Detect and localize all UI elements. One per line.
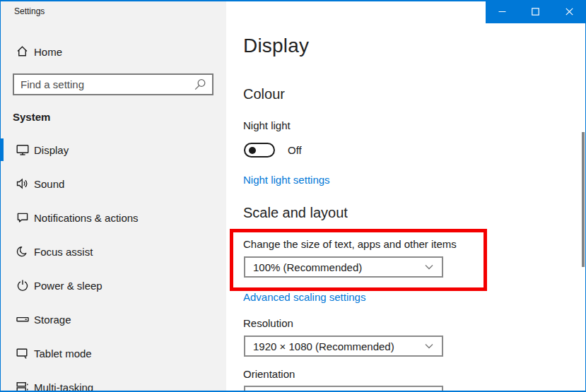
sidebar: Settings Home System [0, 0, 226, 392]
sidebar-item-multitasking[interactable]: Multi-tasking [0, 370, 226, 392]
sidebar-nav: Display Sound Notifications & actions [0, 133, 226, 392]
night-light-label: Night light [243, 119, 291, 131]
focus-assist-icon [16, 244, 30, 259]
sidebar-item-label: Home [34, 46, 62, 58]
sidebar-item-notifications[interactable]: Notifications & actions [0, 201, 226, 234]
search-icon[interactable] [194, 78, 206, 91]
sidebar-item-label: Power & sleep [34, 280, 102, 292]
sidebar-item-tablet-mode[interactable]: Tablet mode [0, 336, 226, 370]
chevron-down-icon [425, 343, 433, 349]
minimize-icon [498, 8, 506, 16]
minimize-button[interactable] [486, 0, 519, 23]
display-settings-panel: Display Colour Night light Off Night lig… [226, 0, 586, 392]
maximize-icon [532, 8, 539, 16]
scale-layout-heading: Scale and layout [243, 205, 348, 221]
tablet-mode-icon [16, 346, 30, 360]
sidebar-section-system: System [13, 111, 50, 123]
resolution-dropdown[interactable]: 1920 × 1080 (Recommended) [244, 335, 443, 357]
close-icon [566, 8, 573, 16]
window-title: Settings [14, 6, 45, 16]
toggle-knob [249, 147, 256, 154]
sound-icon [16, 177, 30, 191]
night-light-state: Off [288, 144, 302, 156]
scaling-value: 100% (Recommended) [253, 261, 362, 273]
sidebar-item-focus-assist[interactable]: Focus assist [0, 234, 226, 268]
display-icon [16, 143, 30, 157]
night-light-toggle[interactable] [244, 143, 275, 158]
sidebar-item-label: Tablet mode [34, 348, 92, 360]
resolution-label: Resolution [243, 317, 293, 329]
settings-window: Settings Home System [0, 0, 586, 392]
sidebar-item-label: Sound [34, 178, 64, 190]
titlebar-controls [486, 0, 586, 23]
sidebar-item-label: Focus assist [34, 246, 93, 258]
sidebar-item-storage[interactable]: Storage [0, 302, 226, 336]
scaling-dropdown[interactable]: 100% (Recommended) [244, 256, 443, 278]
chevron-down-icon [425, 264, 433, 270]
search-input[interactable] [14, 75, 190, 94]
sidebar-item-sound[interactable]: Sound [0, 167, 226, 201]
power-icon [16, 278, 30, 292]
sidebar-item-power-sleep[interactable]: Power & sleep [0, 268, 226, 302]
search-box [13, 73, 213, 95]
maximize-button[interactable] [519, 0, 552, 23]
advanced-scaling-link[interactable]: Advanced scaling settings [243, 291, 365, 303]
night-light-settings-link[interactable]: Night light settings [243, 174, 330, 186]
sidebar-item-display[interactable]: Display [0, 133, 226, 167]
notifications-icon [16, 210, 30, 225]
storage-icon [16, 312, 30, 326]
sidebar-item-home[interactable]: Home [0, 37, 226, 66]
resolution-value: 1920 × 1080 (Recommended) [253, 340, 394, 352]
sidebar-item-label: Notifications & actions [34, 212, 139, 224]
home-icon [16, 44, 29, 58]
window-border-left [0, 0, 1, 392]
page-title: Display [243, 35, 309, 57]
colour-heading: Colour [243, 86, 285, 102]
sidebar-item-label: Display [34, 144, 69, 156]
sidebar-item-label: Storage [34, 314, 71, 326]
vertical-scrollbar-thumb[interactable] [582, 132, 585, 267]
scaling-label: Change the size of text, apps and other … [243, 238, 457, 250]
orientation-label: Orientation [243, 368, 295, 380]
close-button[interactable] [553, 0, 586, 23]
